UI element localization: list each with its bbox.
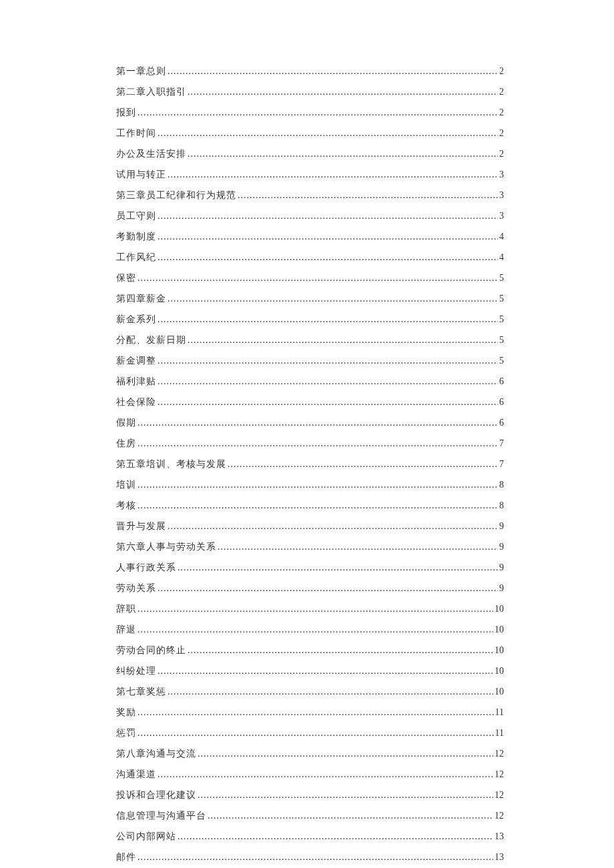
toc-entry: 第六章人事与劳动关系9 [116, 541, 504, 553]
toc-entry: 员工守则3 [116, 210, 504, 222]
toc-dot-leader [158, 666, 493, 677]
toc-entry-page: 12 [495, 749, 504, 759]
toc-dot-leader [188, 87, 498, 97]
toc-entry-title: 社会保险 [116, 396, 156, 408]
toc-entry: 辞职10 [116, 603, 504, 615]
toc-entry-title: 假期 [116, 417, 136, 429]
toc-dot-leader [178, 562, 498, 573]
toc-entry-title: 工作风纪 [116, 252, 156, 264]
toc-entry: 第八章沟通与交流12 [116, 748, 504, 760]
toc-dot-leader [158, 356, 498, 366]
toc-entry: 劳动关系9 [116, 582, 504, 594]
toc-entry-page: 6 [499, 376, 504, 387]
toc-entry: 薪金系列5 [116, 314, 504, 326]
toc-entry: 保密5 [116, 272, 504, 284]
toc-entry: 人事行政关系9 [116, 562, 504, 574]
toc-entry-page: 3 [499, 190, 504, 201]
toc-dot-leader [168, 521, 498, 532]
toc-entry: 第七章奖惩10 [116, 686, 504, 698]
toc-entry-page: 5 [499, 335, 504, 346]
toc-entry: 薪金调整5 [116, 355, 504, 367]
toc-dot-leader [137, 107, 498, 118]
toc-entry-title: 辞退 [116, 624, 136, 636]
toc-entry-page: 10 [495, 666, 504, 677]
toc-dot-leader [188, 335, 498, 346]
toc-entry-page: 5 [499, 294, 504, 304]
toc-dot-leader [137, 418, 498, 428]
toc-dot-leader [137, 438, 498, 449]
toc-dot-leader [158, 769, 493, 780]
toc-entry-page: 3 [499, 169, 504, 180]
toc-entry-title: 分配、发薪日期 [116, 334, 186, 346]
toc-dot-leader [137, 624, 493, 635]
toc-entry-page: 4 [499, 232, 504, 242]
toc-dot-leader [137, 500, 498, 511]
toc-dot-leader [218, 542, 498, 552]
toc-entry: 住房7 [116, 438, 504, 450]
toc-dot-leader [188, 149, 498, 159]
toc-dot-leader [168, 294, 498, 304]
toc-entry-title: 保密 [116, 272, 136, 284]
toc-entry: 投诉和合理化建议12 [116, 789, 504, 801]
toc-entry: 考核8 [116, 500, 504, 512]
toc-entry: 第二章入职指引2 [116, 86, 504, 98]
toc-entry-title: 纠纷处理 [116, 665, 156, 677]
toc-entry-page: 3 [499, 211, 504, 222]
toc-entry-page: 10 [495, 645, 504, 656]
toc-entry-title: 第六章人事与劳动关系 [116, 541, 216, 553]
toc-entry-page: 2 [499, 66, 504, 77]
toc-dot-leader [158, 211, 498, 222]
toc-entry-page: 6 [499, 418, 504, 428]
toc-entry-title: 薪金系列 [116, 314, 156, 326]
toc-entry-title: 第四章薪金 [116, 293, 166, 305]
toc-dot-leader [137, 273, 498, 284]
toc-entry-page: 6 [499, 397, 504, 408]
toc-entry: 劳动合同的终止10 [116, 644, 504, 657]
toc-entry-page: 8 [499, 500, 504, 511]
toc-dot-leader [158, 314, 498, 325]
toc-dot-leader [158, 252, 498, 263]
toc-entry-title: 劳动关系 [116, 582, 156, 594]
toc-entry-title: 薪金调整 [116, 355, 156, 367]
toc-entry-page: 4 [499, 252, 504, 263]
toc-entry-page: 13 [495, 831, 504, 842]
toc-entry-page: 10 [495, 624, 504, 635]
toc-entry: 信息管理与沟通平台12 [116, 810, 504, 822]
toc-entry: 福利津贴6 [116, 376, 504, 388]
toc-entry-page: 7 [499, 438, 504, 449]
toc-dot-leader [238, 190, 498, 201]
toc-entry: 假期6 [116, 417, 504, 429]
toc-entry: 晋升与发展9 [116, 520, 504, 532]
toc-entry-title: 沟通渠道 [116, 769, 156, 781]
toc-entry-title: 第五章培训、考核与发展 [116, 458, 226, 470]
toc-entry: 沟通渠道12 [116, 769, 504, 781]
toc-dot-leader [158, 232, 498, 242]
toc-entry: 第一章总则2 [116, 65, 504, 77]
toc-entry: 分配、发薪日期5 [116, 334, 504, 346]
toc-entry-title: 公司内部网站 [116, 831, 176, 843]
toc-entry-page: 9 [499, 562, 504, 573]
toc-entry: 办公及生活安排2 [116, 148, 504, 160]
toc-entry-title: 第七章奖惩 [116, 686, 166, 698]
toc-entry-page: 5 [499, 356, 504, 366]
toc-entry-page: 9 [499, 583, 504, 594]
toc-entry-page: 2 [499, 128, 504, 139]
toc-entry: 试用与转正3 [116, 169, 504, 181]
toc-entry-page: 2 [499, 87, 504, 97]
toc-entry-page: 9 [499, 521, 504, 532]
toc-entry-title: 住房 [116, 438, 136, 450]
toc-entry-page: 10 [495, 687, 504, 697]
toc-entry-title: 第三章员工纪律和行为规范 [116, 189, 236, 201]
toc-dot-leader [158, 376, 498, 387]
toc-entry-title: 惩罚 [116, 727, 136, 739]
toc-entry-title: 报到 [116, 107, 136, 119]
toc-entry-page: 11 [495, 728, 504, 739]
toc-dot-leader [188, 645, 493, 656]
toc-dot-leader [168, 169, 498, 180]
toc-entry-title: 辞职 [116, 603, 136, 615]
toc-entry-page: 7 [499, 459, 504, 470]
toc-entry-title: 福利津贴 [116, 376, 156, 388]
toc-entry-title: 投诉和合理化建议 [116, 789, 196, 801]
toc-entry: 公司内部网站13 [116, 831, 504, 843]
toc-entry: 第三章员工纪律和行为规范3 [116, 189, 504, 201]
